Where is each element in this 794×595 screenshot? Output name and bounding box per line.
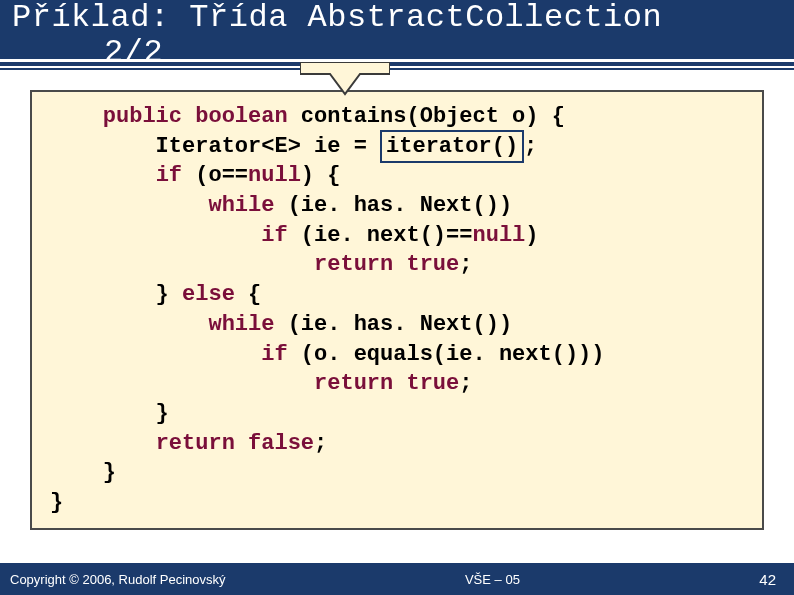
code-line-7: } else { [50,280,744,310]
code-line-4: while (ie. has. Next()) [50,191,744,221]
footer-copyright: Copyright © 2006, Rudolf Pecinovský [0,572,226,587]
code-block: public boolean contains(Object o) { Iter… [30,90,764,530]
highlighted-iterator: iterator() [380,130,524,164]
code-line-2: Iterator<E> ie = iterator(); [50,132,744,162]
code-line-14: } [50,488,744,518]
title-line-1: Příklad: Třída AbstractCollection [12,0,662,36]
callout-arrow-icon [300,62,390,92]
code-line-11: } [50,399,744,429]
svg-marker-0 [300,62,390,94]
code-line-9: if (o. equals(ie. next())) [50,340,744,370]
slide-footer: Copyright © 2006, Rudolf Pecinovský VŠE … [0,563,794,595]
footer-center: VŠE – 05 [226,572,760,587]
code-line-1: public boolean contains(Object o) { [50,102,744,132]
slide-header: Příklad: Třída AbstractCollection 2/2 [0,0,794,70]
code-line-8: while (ie. has. Next()) [50,310,744,340]
code-line-3: if (o==null) { [50,161,744,191]
code-line-5: if (ie. next()==null) [50,221,744,251]
code-line-13: } [50,458,744,488]
header-rule-thin [0,66,794,68]
code-line-12: return false; [50,429,744,459]
header-rule-thick [0,59,794,62]
footer-page-number: 42 [759,571,794,588]
code-line-6: return true; [50,250,744,280]
code-line-10: return true; [50,369,744,399]
